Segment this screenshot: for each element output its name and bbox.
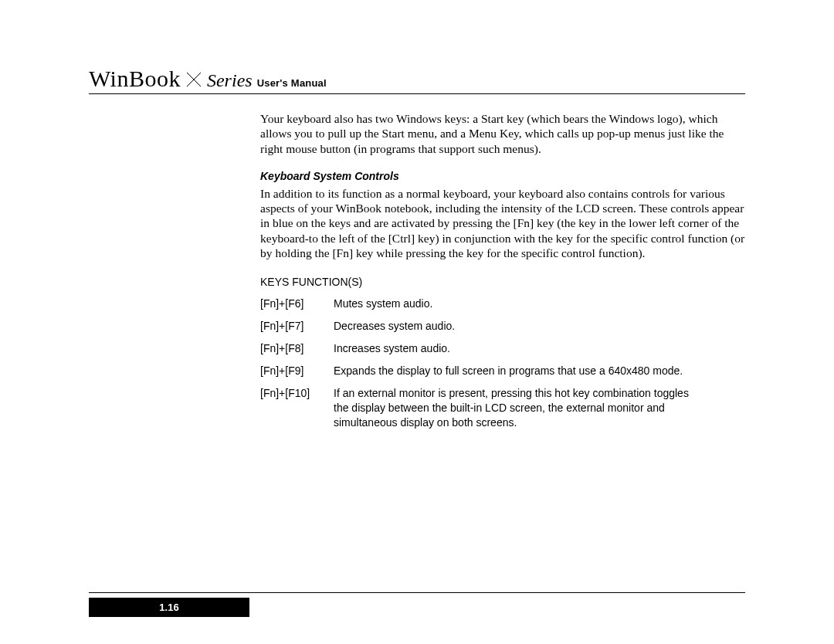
footer: 1.16: [89, 592, 745, 617]
table-row: [Fn]+[F6] Mutes system audio.: [260, 297, 745, 311]
intro-paragraph: Your keyboard also has two Windows keys:…: [260, 111, 745, 156]
series-label: Series: [207, 70, 253, 91]
function-cell: If an external monitor is present, press…: [334, 386, 745, 430]
body-content: Your keyboard also has two Windows keys:…: [260, 111, 745, 430]
table-row: [Fn]+[F10] If an external monitor is pre…: [260, 386, 745, 430]
key-cell: [Fn]+[F10]: [260, 386, 334, 430]
brand-logo: WinBook: [89, 66, 181, 92]
key-cell: [Fn]+[F8]: [260, 341, 334, 356]
table-row: [Fn]+[F7] Decreases system audio.: [260, 319, 745, 334]
key-cell: [Fn]+[F9]: [260, 364, 334, 378]
footer-rule: [89, 592, 745, 593]
function-cell: Increases system audio.: [334, 341, 745, 356]
section-heading: Keyboard System Controls: [260, 170, 745, 184]
header: WinBook Series User's Manual: [89, 66, 745, 94]
keys-table: KEYS FUNCTION(S) [Fn]+[F6] Mutes system …: [260, 275, 745, 430]
function-cell: Mutes system audio.: [334, 297, 745, 311]
function-cell: Expands the display to full screen in pr…: [334, 364, 745, 378]
key-cell: [Fn]+[F7]: [260, 319, 334, 334]
manual-label: User's Manual: [257, 77, 327, 89]
table-row: [Fn]+[F8] Increases system audio.: [260, 341, 745, 356]
manual-page: WinBook Series User's Manual Your keyboa…: [0, 0, 834, 430]
table-header: KEYS FUNCTION(S): [260, 275, 745, 290]
x-divider-icon: [185, 71, 202, 91]
section-paragraph: In addition to its function as a normal …: [260, 186, 745, 261]
page-number: 1.16: [89, 598, 249, 617]
table-row: [Fn]+[F9] Expands the display to full sc…: [260, 364, 745, 378]
function-cell: Decreases system audio.: [334, 319, 745, 334]
key-cell: [Fn]+[F6]: [260, 297, 334, 311]
